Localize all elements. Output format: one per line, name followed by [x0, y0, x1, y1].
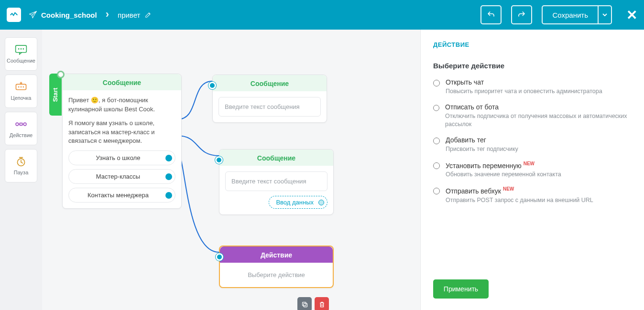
chip-port[interactable]	[318, 200, 324, 205]
radio-input[interactable]	[433, 162, 440, 169]
data-input-chip[interactable]: Ввод данных	[269, 196, 327, 209]
radio-input[interactable]	[433, 138, 440, 144]
palette: Сообщение Цепочка Действие Пауза	[0, 30, 42, 310]
breadcrumb-separator: ›	[106, 9, 109, 20]
delete-button[interactable]	[315, 297, 329, 310]
in-port[interactable]	[215, 156, 223, 164]
node-title: Сообщение	[63, 74, 181, 90]
top-bar: Cooking_school › привет Сохранить ✕	[0, 0, 644, 30]
svg-point-5	[18, 86, 20, 88]
in-port[interactable]	[208, 82, 216, 89]
project-name[interactable]: Cooking_school	[41, 11, 97, 19]
new-badge: NEW	[503, 186, 514, 192]
node-title: Действие	[220, 246, 333, 263]
telegram-icon	[29, 11, 37, 19]
panel-subtitle: Выберите действие	[433, 62, 632, 70]
save-button[interactable]: Сохранить	[542, 5, 599, 24]
action-set-variable[interactable]: Установить переменнуюNEWОбновить значени…	[433, 161, 632, 179]
edit-icon[interactable]	[145, 11, 152, 18]
panel-title: ДЕЙСТВИЕ	[433, 41, 632, 48]
node-title: Сообщение	[213, 75, 327, 91]
svg-point-3	[23, 48, 24, 50]
node-toolbar	[297, 297, 329, 310]
palette-action-label: Действие	[10, 132, 33, 138]
svg-point-7	[23, 86, 24, 88]
flow-name: привет	[118, 11, 140, 19]
save-dropdown[interactable]	[599, 5, 612, 24]
node-message-2[interactable]: Сообщение Введите текст сообщения	[212, 75, 327, 123]
apply-button[interactable]: Применить	[433, 279, 489, 299]
action-open-chat[interactable]: Открыть чатПовысить приоритет чата и опо…	[433, 78, 632, 96]
action-placeholder[interactable]: Выберите действие	[220, 263, 333, 287]
close-icon[interactable]: ✕	[626, 7, 637, 23]
svg-point-9	[23, 123, 26, 126]
right-panel: ДЕЙСТВИЕ Выберите действие Открыть чатПо…	[420, 30, 644, 310]
node-text-1: Привет 🙂, я бот-помощник кулинарной школ…	[68, 96, 175, 114]
canvas[interactable]: Start Сообщение Привет 🙂, я бот-помощник…	[42, 30, 420, 310]
message-input[interactable]: Введите текст сообщения	[225, 171, 327, 191]
option-manager-contacts[interactable]: Контакты менеджера	[68, 188, 175, 203]
out-port[interactable]	[165, 155, 172, 161]
palette-pause-label: Пауза	[14, 170, 29, 175]
option-masterclasses[interactable]: Мастер-классы	[68, 169, 175, 184]
start-port	[57, 71, 65, 78]
palette-chain[interactable]: Цепочка	[5, 75, 37, 108]
node-action[interactable]: Действие Выберите действие	[219, 246, 334, 288]
palette-action[interactable]: Действие	[5, 112, 37, 145]
undo-button[interactable]	[480, 5, 502, 24]
radio-input[interactable]	[433, 188, 440, 194]
svg-point-2	[21, 48, 22, 50]
svg-rect-10	[20, 123, 22, 126]
svg-point-6	[21, 86, 22, 88]
node-message-start[interactable]: Сообщение Привет 🙂, я бот-помощник кулин…	[62, 74, 182, 209]
action-send-webhook[interactable]: Отправить вебхукNEWОтправить POST запрос…	[433, 186, 632, 204]
node-text-2: Я помогу вам узнать о школе, записаться …	[68, 119, 175, 146]
radio-input[interactable]	[433, 105, 439, 111]
node-title: Сообщение	[219, 150, 333, 166]
palette-chain-label: Цепочка	[11, 95, 32, 101]
node-message-3[interactable]: Сообщение Введите текст сообщения Ввод д…	[219, 149, 334, 215]
radio-input[interactable]	[433, 80, 440, 86]
palette-message-label: Сообщение	[7, 58, 35, 64]
svg-point-8	[16, 123, 19, 126]
out-port[interactable]	[165, 192, 172, 199]
svg-rect-12	[304, 303, 307, 307]
action-add-tag[interactable]: Добавить тегПрисвоить тег подписчику	[433, 136, 632, 153]
start-tag: Start	[49, 74, 62, 116]
app-logo-icon[interactable]	[7, 8, 21, 22]
new-badge: NEW	[524, 161, 535, 166]
palette-pause[interactable]: Пауза	[5, 149, 37, 182]
svg-point-1	[18, 48, 20, 50]
svg-rect-13	[302, 302, 306, 306]
option-about-school[interactable]: Узнать о школе	[68, 150, 175, 165]
in-port[interactable]	[216, 253, 223, 261]
message-input[interactable]: Введите текст сообщения	[218, 97, 321, 117]
action-unsubscribe[interactable]: Отписать от ботаОтключить подписчика от …	[433, 103, 632, 128]
copy-button[interactable]	[297, 297, 312, 310]
breadcrumb: Cooking_school › привет	[41, 10, 152, 20]
out-port[interactable]	[165, 173, 172, 180]
palette-message[interactable]: Сообщение	[5, 37, 37, 71]
redo-button[interactable]	[511, 5, 532, 24]
